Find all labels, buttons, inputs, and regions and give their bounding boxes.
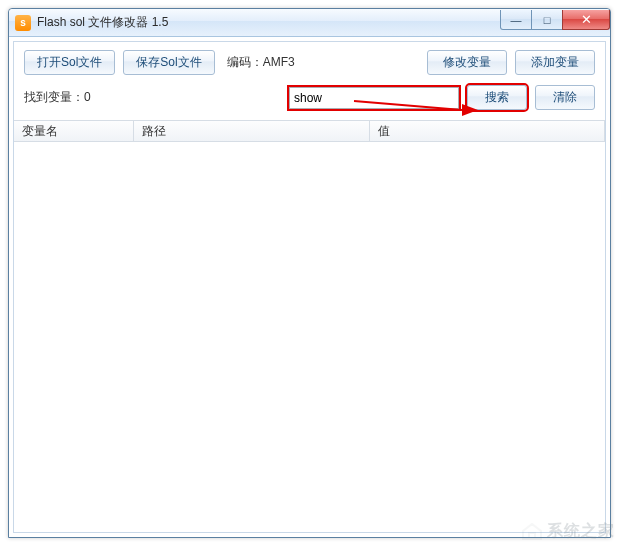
save-sol-button[interactable]: 保存Sol文件: [123, 50, 214, 75]
add-var-button[interactable]: 添加变量: [515, 50, 595, 75]
maximize-button[interactable]: □: [531, 10, 563, 30]
encoding-label: 编码：AMF3: [227, 54, 295, 71]
app-window: s Flash sol 文件修改器 1.5 — □ ✕ 打开Sol文件 保存So…: [8, 8, 611, 538]
clear-button[interactable]: 清除: [535, 85, 595, 110]
column-header-value[interactable]: 值: [370, 121, 606, 141]
close-button[interactable]: ✕: [562, 10, 610, 30]
found-count-value: 0: [84, 90, 91, 104]
encoding-value: AMF3: [263, 55, 295, 69]
window-title: Flash sol 文件修改器 1.5: [37, 14, 168, 31]
table-body[interactable]: [14, 142, 605, 532]
minimize-button[interactable]: —: [500, 10, 532, 30]
main-toolbar: 打开Sol文件 保存Sol文件 编码：AMF3 修改变量 添加变量: [14, 42, 605, 81]
search-toolbar: 找到变量：0 搜索 清除: [14, 81, 605, 120]
window-controls: — □ ✕: [501, 10, 610, 30]
app-icon: s: [15, 15, 31, 31]
found-count-label: 找到变量：0: [24, 89, 91, 106]
titlebar: s Flash sol 文件修改器 1.5 — □ ✕: [9, 9, 610, 37]
search-button[interactable]: 搜索: [467, 85, 527, 110]
modify-var-button[interactable]: 修改变量: [427, 50, 507, 75]
search-input[interactable]: [289, 87, 459, 109]
table-header: 变量名 路径 值: [14, 120, 605, 142]
column-header-name[interactable]: 变量名: [14, 121, 134, 141]
client-area: 打开Sol文件 保存Sol文件 编码：AMF3 修改变量 添加变量 找到变量：0…: [13, 41, 606, 533]
open-sol-button[interactable]: 打开Sol文件: [24, 50, 115, 75]
column-header-path[interactable]: 路径: [134, 121, 370, 141]
